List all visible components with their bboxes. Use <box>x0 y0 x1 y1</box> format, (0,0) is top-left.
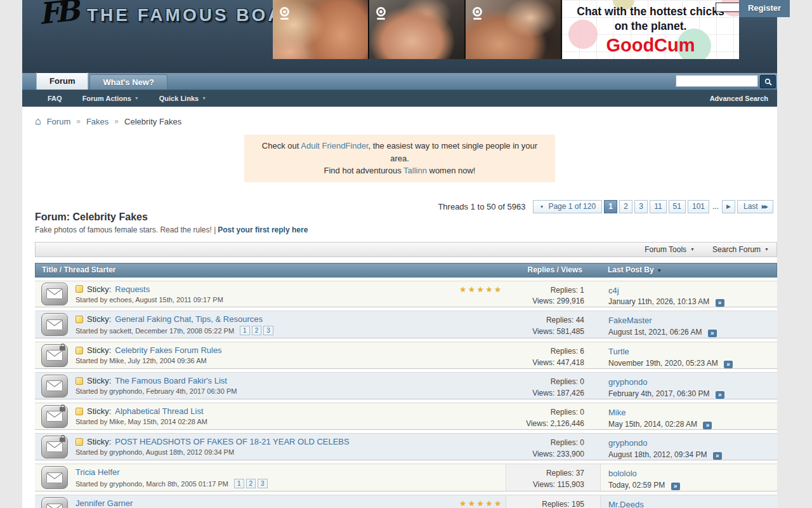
thread-title-cell: Sticky: Requests Started by echoes, Augu… <box>74 281 506 307</box>
mini-page-link-1[interactable]: 1 <box>234 479 244 488</box>
page-button-1[interactable]: 1 <box>604 200 617 213</box>
ad-photo-1[interactable] <box>273 0 368 59</box>
last-post-cell: bolololo Today, 02:59 PM » <box>601 464 777 491</box>
page-button-3[interactable]: 3 <box>634 200 648 213</box>
thread-title-link[interactable]: Alphabetical Thread List <box>115 406 203 416</box>
replies-views-cell: Replies: 37 Views: 115,903 <box>506 464 601 491</box>
mini-page-link-3[interactable]: 3 <box>263 326 273 335</box>
goto-last-post-icon[interactable]: » <box>724 361 733 368</box>
page-button-11[interactable]: 11 <box>650 200 666 213</box>
goto-last-post-icon[interactable]: » <box>716 391 724 399</box>
ad-headline-1: Chat with the hottest chicks <box>577 4 724 19</box>
menu-quick-links[interactable]: Quick Links▼ <box>159 95 206 102</box>
webcam-icon <box>280 7 289 17</box>
last-post-user-link[interactable]: gryphondo <box>608 377 647 387</box>
mini-page-link-1[interactable]: 1 <box>240 326 250 335</box>
search-input[interactable] <box>676 75 758 87</box>
last-post-user-link[interactable]: Mike <box>608 408 625 417</box>
breadcrumb-items: Forum»Fakes»Celebrity Fakes <box>47 117 182 126</box>
first-reply-link[interactable]: Post your first reply here <box>218 225 308 234</box>
last-page-label: Last <box>743 201 758 213</box>
mini-page-link-2[interactable]: 2 <box>246 479 256 488</box>
sort-caret-icon: ▼ <box>657 268 662 272</box>
replies-count: Replies: 0 <box>506 438 584 448</box>
goto-last-post-icon[interactable]: » <box>671 483 680 490</box>
table-row: Jennifer Garner Started by vman, August … <box>35 495 777 508</box>
rating-stars-icon: ★★★★★ <box>459 499 503 508</box>
goto-last-post-icon[interactable]: » <box>713 452 722 460</box>
advanced-search-link[interactable]: Advanced Search <box>710 95 768 102</box>
search-forum-menu[interactable]: Search Forum▼ <box>712 245 769 254</box>
banner-ad[interactable]: Chat with the hottest chicks on the plan… <box>273 0 739 59</box>
thread-started-by: Started by gryphondo, March 8th, 2005 01… <box>75 480 228 488</box>
page-button-101[interactable]: 101 <box>688 200 709 213</box>
nav-tabs: ForumWhat's New? <box>22 73 777 90</box>
column-title-thread-starter[interactable]: Title / Thread Starter <box>36 265 505 274</box>
search-button[interactable] <box>760 75 776 88</box>
breadcrumb-forum[interactable]: Forum <box>47 117 71 126</box>
thread-title-link[interactable]: Requests <box>115 284 150 294</box>
replies-views-cell: Replies: 44 Views: 581,485 <box>506 311 601 338</box>
ad-text-panel[interactable]: Chat with the hottest chicks on the plan… <box>562 0 739 59</box>
login-input-fragment[interactable] <box>716 3 741 12</box>
sticky-label: Sticky: <box>87 376 111 385</box>
next-page-button[interactable]: ▶ <box>722 200 735 213</box>
breadcrumb-fakes[interactable]: Fakes <box>86 117 108 126</box>
mini-page-link-2[interactable]: 2 <box>252 326 262 335</box>
goto-last-post-icon[interactable]: » <box>716 299 724 307</box>
last-page-button[interactable]: Last ▶▶ <box>737 200 773 213</box>
menu-faq[interactable]: FAQ <box>48 95 62 102</box>
notice-link-city[interactable]: Tallinn <box>403 166 427 175</box>
table-row: Sticky: Requests Started by echoes, Augu… <box>35 281 777 308</box>
page-dropdown[interactable]: ▼ Page 1 of 120 <box>533 200 602 213</box>
last-post-date: August 1st, 2021, 06:26 AM <box>608 328 702 337</box>
menu-forum-actions[interactable]: Forum Actions▼ <box>82 95 139 102</box>
goto-last-post-icon[interactable]: » <box>708 330 717 337</box>
page-button-51[interactable]: 51 <box>669 200 686 213</box>
webcam-icon <box>376 7 386 17</box>
envelope-icon <box>41 375 68 398</box>
thread-title-link[interactable]: General Faking Chat, Tips, & Resources <box>115 314 263 324</box>
forum-tools-menu[interactable]: Forum Tools▼ <box>645 245 695 254</box>
last-post-user-link[interactable]: Turtle <box>608 347 629 356</box>
threads-range: Threads 1 to 50 of 5963 <box>438 202 525 211</box>
page-button-2[interactable]: 2 <box>619 200 632 213</box>
home-icon[interactable]: ⌂ <box>35 116 41 126</box>
tab-what-s-new[interactable]: What's New? <box>89 74 167 90</box>
replies-views-cell: Replies: 6 Views: 447,418 <box>506 342 601 368</box>
last-post-user-link[interactable]: bolololo <box>608 469 637 478</box>
site-wrapper: FB THE FAMOUS BOARD Chat with the hottes… <box>22 0 777 508</box>
replies-count: Replies: 195 <box>506 499 584 508</box>
last-post-user-link[interactable]: FakeMaster <box>608 316 652 325</box>
notice-link-affiliate[interactable]: Adult FriendFinder <box>301 141 368 150</box>
thread-title-link[interactable]: Celebrity Fakes Forum Rules <box>115 345 221 355</box>
ad-brand: GoodCum <box>606 36 695 55</box>
forum-description-text: Fake photos of famous female stars. Read… <box>35 225 216 234</box>
thread-title-link[interactable]: The Famous Board Fakir's List <box>115 376 227 385</box>
column-replies-views[interactable]: Replies / Views <box>505 265 600 274</box>
thread-title-link[interactable]: POST HEADSHOTS OF FAKES OF 18-21 YEAR OL… <box>115 437 349 446</box>
last-post-user-link[interactable]: gryphondo <box>608 438 647 448</box>
column-last-post-by[interactable]: Last Post By ▼ <box>600 265 776 274</box>
replies-count: Replies: 6 <box>506 346 584 357</box>
last-post-user-link[interactable]: Mr.Deeds <box>608 500 644 508</box>
mini-page-link-3[interactable]: 3 <box>258 479 268 488</box>
tab-forum[interactable]: Forum <box>36 71 88 90</box>
lock-icon <box>60 346 65 351</box>
breadcrumb-separator-icon: » <box>76 117 81 126</box>
site-header: FB THE FAMOUS BOARD Chat with the hottes… <box>22 0 777 73</box>
thread-title-link[interactable]: Tricia Helfer <box>75 467 120 477</box>
thread-icon-cell <box>35 464 74 491</box>
sticky-note-icon <box>75 316 83 323</box>
last-post-user-link[interactable]: c4j <box>608 286 619 295</box>
thread-title-cell: Tricia Helfer Started by gryphondo, Marc… <box>74 464 506 491</box>
table-row: Sticky: POST HEADSHOTS OF FAKES OF 18-21… <box>35 433 777 460</box>
last-post-cell: c4j January 11th, 2026, 10:13 AM » <box>601 281 777 307</box>
thread-title-link[interactable]: Jennifer Garner <box>75 498 133 508</box>
ad-photo-2[interactable] <box>369 0 464 59</box>
goto-last-post-icon[interactable]: » <box>703 422 712 429</box>
sticky-label: Sticky: <box>87 437 111 446</box>
breadcrumb-separator-icon: » <box>114 117 119 126</box>
ad-photo-3[interactable] <box>466 0 561 59</box>
register-button[interactable]: Register <box>739 0 790 17</box>
